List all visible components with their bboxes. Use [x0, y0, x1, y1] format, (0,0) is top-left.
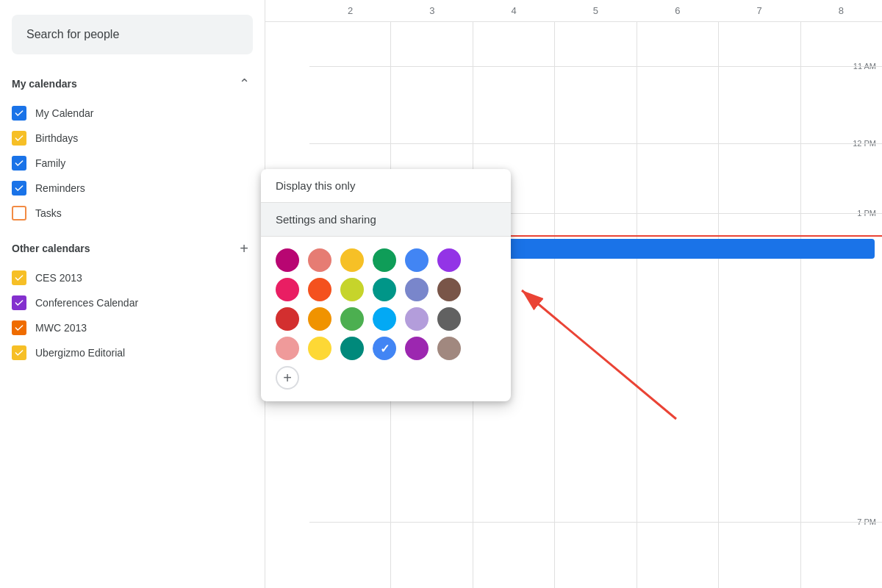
- tasks-checkbox[interactable]: [12, 206, 26, 220]
- color-banana-light[interactable]: [308, 337, 331, 360]
- color-graphite-light[interactable]: [437, 337, 461, 360]
- sidebar-item-family[interactable]: Family: [6, 151, 259, 175]
- my-calendar-checkbox[interactable]: [12, 106, 26, 121]
- mwc2013-label: MWC 2013: [35, 322, 87, 334]
- ubergizmo-checkbox[interactable]: [12, 345, 26, 360]
- ces2013-checkbox[interactable]: [12, 270, 26, 285]
- color-blueberry-selected[interactable]: [373, 337, 396, 360]
- color-basil-light[interactable]: [340, 337, 364, 360]
- sidebar-item-reminders[interactable]: Reminders: [6, 176, 259, 200]
- day-numbers-row: 2 3 4 5 6 7 8: [265, 0, 882, 22]
- color-tomato-dark[interactable]: [276, 307, 299, 331]
- ces2013-label: CES 2013: [35, 272, 82, 284]
- ubergizmo-label: Ubergizmo Editorial: [35, 347, 125, 359]
- day-3: 3: [391, 5, 473, 16]
- color-peacock-blue[interactable]: [373, 307, 396, 331]
- color-mango[interactable]: [308, 307, 331, 331]
- settings-sharing-menu-item[interactable]: Settings and sharing: [261, 203, 511, 236]
- birthdays-label: Birthdays: [35, 132, 78, 144]
- color-banana[interactable]: [340, 248, 364, 272]
- color-basil[interactable]: [373, 278, 396, 301]
- day-6: 6: [637, 5, 718, 16]
- search-for-people-input[interactable]: Search for people: [12, 15, 253, 54]
- sidebar-item-tasks[interactable]: Tasks: [6, 201, 259, 225]
- sidebar-item-my-calendar[interactable]: My Calendar: [6, 101, 259, 125]
- color-peacock[interactable]: [405, 248, 429, 272]
- day-2: 2: [309, 5, 391, 16]
- sidebar-item-ces2013[interactable]: CES 2013: [6, 266, 259, 290]
- color-grape[interactable]: [437, 248, 461, 272]
- color-flamingo-light[interactable]: [276, 337, 299, 360]
- day-7: 7: [718, 5, 800, 16]
- conferences-label: Conferences Calendar: [35, 297, 138, 309]
- context-menu: Display this only Settings and sharing: [261, 169, 511, 401]
- color-tangerine[interactable]: [308, 278, 331, 301]
- day-5: 5: [555, 5, 637, 16]
- color-sage[interactable]: [373, 248, 396, 272]
- family-checkbox[interactable]: [12, 156, 26, 171]
- birthdays-checkbox[interactable]: [12, 131, 26, 146]
- other-calendars-section-header: Other calendars +: [6, 234, 259, 263]
- add-other-calendar-btn[interactable]: +: [235, 240, 253, 257]
- color-grape-light[interactable]: [405, 337, 429, 360]
- day-8: 8: [800, 5, 882, 16]
- color-sage-green[interactable]: [340, 307, 364, 331]
- my-calendars-collapse-btn[interactable]: ⌃: [235, 75, 253, 93]
- conferences-checkbox[interactable]: [12, 295, 26, 310]
- my-calendar-label: My Calendar: [35, 107, 93, 119]
- other-calendars-title: Other calendars: [12, 243, 90, 254]
- sidebar-item-conferences[interactable]: Conferences Calendar: [6, 291, 259, 315]
- reminders-checkbox[interactable]: [12, 181, 26, 196]
- color-flamingo[interactable]: [308, 248, 331, 272]
- display-only-menu-item[interactable]: Display this only: [261, 169, 511, 202]
- my-calendars-title: My calendars: [12, 78, 77, 90]
- color-tomato[interactable]: [276, 248, 299, 272]
- sidebar-item-ubergizmo[interactable]: Ubergizmo Editorial: [6, 341, 259, 365]
- color-graphite-warm[interactable]: [437, 278, 461, 301]
- color-graphite[interactable]: [437, 307, 461, 331]
- sidebar: Search for people My calendars ⌃ My Cale…: [0, 0, 265, 588]
- color-avocado[interactable]: [340, 278, 364, 301]
- sidebar-item-birthdays[interactable]: Birthdays: [6, 126, 259, 150]
- sidebar-item-mwc2013[interactable]: MWC 2013: [6, 316, 259, 340]
- tasks-label: Tasks: [35, 207, 62, 219]
- color-lavender-light[interactable]: [405, 307, 429, 331]
- family-label: Family: [35, 157, 65, 169]
- color-palette: +: [261, 237, 511, 401]
- day-4: 4: [473, 5, 555, 16]
- my-calendars-section-header: My calendars ⌃: [6, 69, 259, 98]
- color-lavender[interactable]: [405, 278, 429, 301]
- mwc2013-checkbox[interactable]: [12, 320, 26, 335]
- reminders-label: Reminders: [35, 182, 85, 194]
- color-cherry-blossom[interactable]: [276, 278, 299, 301]
- search-placeholder-text: Search for people: [26, 28, 119, 40]
- add-custom-color-btn[interactable]: +: [276, 366, 299, 390]
